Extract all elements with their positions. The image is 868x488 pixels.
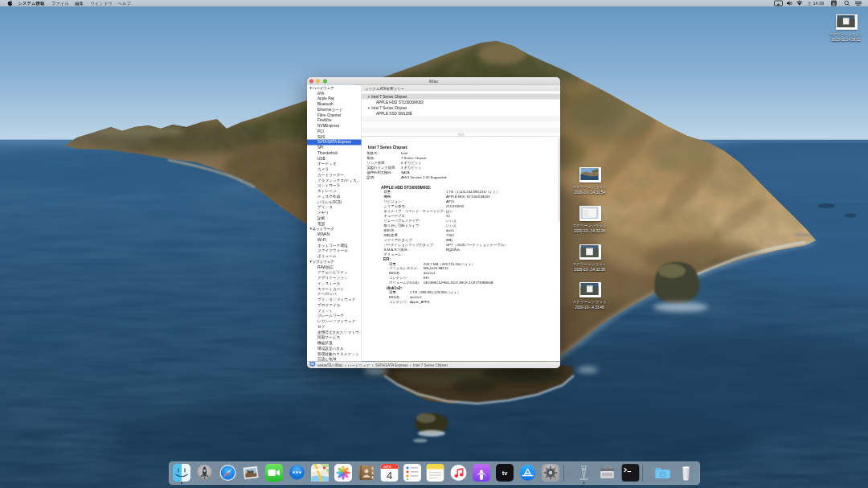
svg-text:月曜日: 月曜日 bbox=[383, 465, 392, 469]
svg-text:tv: tv bbox=[502, 470, 508, 477]
svg-text:4: 4 bbox=[387, 470, 392, 482]
